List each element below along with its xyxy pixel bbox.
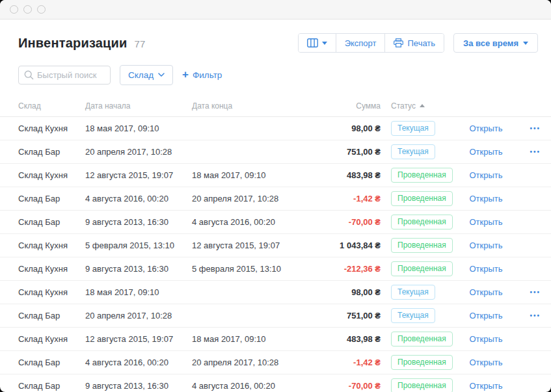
open-link[interactable]: Открыть <box>469 381 502 391</box>
open-cell: Открыть <box>453 194 518 203</box>
columns-icon <box>307 38 318 47</box>
sum-cell: -212,36 ₴ <box>306 264 381 274</box>
column-header-warehouse[interactable]: Склад <box>18 101 85 111</box>
open-link[interactable]: Открыть <box>469 358 502 367</box>
export-button-label: Экспорт <box>345 38 377 48</box>
warehouse-cell: Склад Бар <box>18 217 85 227</box>
menu-cell: ••• <box>518 286 541 298</box>
table-row: Склад Бар 20 апреля 2017, 10:28 751,00 ₴… <box>0 140 551 164</box>
date-start-cell: 9 августа 2013, 16:30 <box>85 264 192 274</box>
date-end-cell: 18 мая 2017, 09:10 <box>192 170 306 180</box>
export-button[interactable]: Экспорт <box>336 34 385 52</box>
print-button-label: Печать <box>407 38 435 48</box>
status-badge: Текущая <box>391 285 435 300</box>
warehouse-cell: Склад Кухня <box>18 334 85 344</box>
open-cell: Открыть <box>453 334 518 344</box>
window-control-minimize-icon[interactable] <box>23 5 32 14</box>
open-link[interactable]: Открыть <box>469 217 502 227</box>
search-box <box>18 66 111 85</box>
print-button[interactable]: Печать <box>384 34 444 52</box>
window-control-close-icon[interactable] <box>10 5 18 14</box>
table-row: Склад Бар 20 апреля 2017, 10:28 751,00 ₴… <box>0 304 551 328</box>
open-link[interactable]: Открыть <box>469 311 502 320</box>
column-header-date-end[interactable]: Дата конца <box>192 101 306 111</box>
status-badge: Текущая <box>391 121 435 136</box>
date-start-cell: 9 августа 2013, 16:30 <box>85 217 192 227</box>
row-menu-button[interactable]: ••• <box>530 122 541 135</box>
status-cell: Проведенная <box>381 378 453 392</box>
row-menu-button[interactable]: ••• <box>530 286 541 298</box>
warehouse-cell: Склад Бар <box>18 194 85 203</box>
columns-settings-button[interactable] <box>299 34 336 52</box>
open-cell: Открыть <box>453 124 518 133</box>
table-row: Склад Кухня 12 августа 2015, 19:07 18 ма… <box>0 328 551 351</box>
title-wrap: Инвентаризации 77 <box>18 36 145 51</box>
row-menu-button[interactable]: ••• <box>530 309 541 322</box>
warehouse-filter-button[interactable]: Склад <box>120 65 173 85</box>
open-link[interactable]: Открыть <box>469 264 502 274</box>
printer-icon <box>394 38 403 47</box>
table-row: Склад Кухня 12 августа 2015, 19:07 18 ма… <box>0 164 551 187</box>
table-row: Склад Бар 9 августа 2013, 16:30 4 август… <box>0 211 551 234</box>
sum-cell: -1,42 ₴ <box>306 194 381 203</box>
sum-cell: 98,00 ₴ <box>306 124 381 133</box>
date-start-cell: 9 августа 2013, 16:30 <box>85 381 192 391</box>
warehouse-cell: Склад Бар <box>18 147 85 157</box>
header-actions: Экспорт Печать За все время <box>298 33 538 53</box>
warehouse-cell: Склад Бар <box>18 358 85 367</box>
status-cell: Текущая <box>381 144 453 159</box>
warehouse-cell: Склад Кухня <box>18 264 85 274</box>
warehouse-filter-label: Склад <box>128 70 154 80</box>
table-row: Склад Кухня 18 мая 2017, 09:10 98,00 ₴ Т… <box>0 281 551 304</box>
table-header: Склад Дата начала Дата конца Сумма Стату… <box>0 95 551 117</box>
app-window: Инвентаризации 77 Экспорт <box>0 0 551 392</box>
open-cell: Открыть <box>453 147 518 157</box>
date-start-cell: 18 мая 2017, 09:10 <box>85 124 192 133</box>
open-link[interactable]: Открыть <box>469 334 502 344</box>
status-cell: Проведенная <box>381 215 453 229</box>
status-cell: Текущая <box>381 121 453 136</box>
status-cell: Проведенная <box>381 238 453 253</box>
column-header-status[interactable]: Статус <box>381 101 453 111</box>
window-control-zoom-icon[interactable] <box>37 5 46 14</box>
period-filter-button[interactable]: За все время <box>453 33 538 53</box>
status-cell: Проведенная <box>381 261 453 276</box>
sum-cell: -1,42 ₴ <box>306 358 381 367</box>
status-badge: Проведенная <box>391 168 453 183</box>
add-filter-button[interactable]: + Фильтр <box>182 70 222 80</box>
open-link[interactable]: Открыть <box>469 124 502 133</box>
status-cell: Текущая <box>381 308 453 323</box>
open-link[interactable]: Открыть <box>469 287 502 297</box>
status-badge: Проведенная <box>391 332 453 346</box>
status-cell: Проведенная <box>381 355 453 370</box>
date-end-cell: 5 февраля 2015, 13:10 <box>192 264 306 274</box>
chevron-down-icon <box>523 42 528 45</box>
table-row: Склад Кухня 18 мая 2017, 09:10 98,00 ₴ Т… <box>0 117 551 140</box>
status-badge: Текущая <box>391 308 435 323</box>
open-link[interactable]: Открыть <box>469 147 502 157</box>
status-badge: Проведенная <box>391 355 453 370</box>
plus-icon: + <box>182 69 189 80</box>
sum-cell: -70,00 ₴ <box>306 217 381 227</box>
status-cell: Проведенная <box>381 191 453 206</box>
records-count: 77 <box>135 38 146 49</box>
status-cell: Текущая <box>381 285 453 300</box>
warehouse-cell: Склад Бар <box>18 381 85 391</box>
open-link[interactable]: Открыть <box>469 241 502 250</box>
row-menu-button[interactable]: ••• <box>530 146 541 158</box>
status-badge: Проведенная <box>391 238 453 253</box>
column-header-date-start[interactable]: Дата начала <box>85 101 192 111</box>
open-cell: Открыть <box>453 217 518 227</box>
date-start-cell: 18 мая 2017, 09:10 <box>85 287 192 297</box>
open-cell: Открыть <box>453 287 518 297</box>
sum-cell: 98,00 ₴ <box>306 287 381 297</box>
open-link[interactable]: Открыть <box>469 170 502 180</box>
date-start-cell: 20 апреля 2017, 10:28 <box>85 311 192 320</box>
date-start-cell: 4 августа 2016, 00:20 <box>85 194 192 203</box>
menu-cell: ••• <box>518 122 541 135</box>
column-header-sum[interactable]: Сумма <box>306 101 381 111</box>
page-header: Инвентаризации 77 Экспорт <box>0 20 551 60</box>
sum-cell: 483,98 ₴ <box>306 170 381 180</box>
warehouse-cell: Склад Кухня <box>18 170 85 180</box>
open-link[interactable]: Открыть <box>469 194 502 203</box>
